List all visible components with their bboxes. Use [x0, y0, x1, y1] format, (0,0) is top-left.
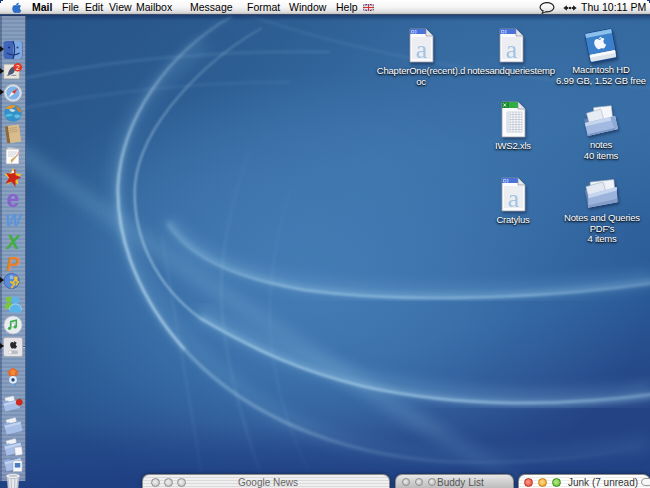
svg-text:e: e: [7, 189, 20, 209]
svg-text:X: X: [5, 231, 21, 251]
svg-text:P: P: [6, 253, 20, 273]
svg-text:W: W: [5, 210, 23, 230]
svg-text:2: 2: [16, 64, 20, 71]
